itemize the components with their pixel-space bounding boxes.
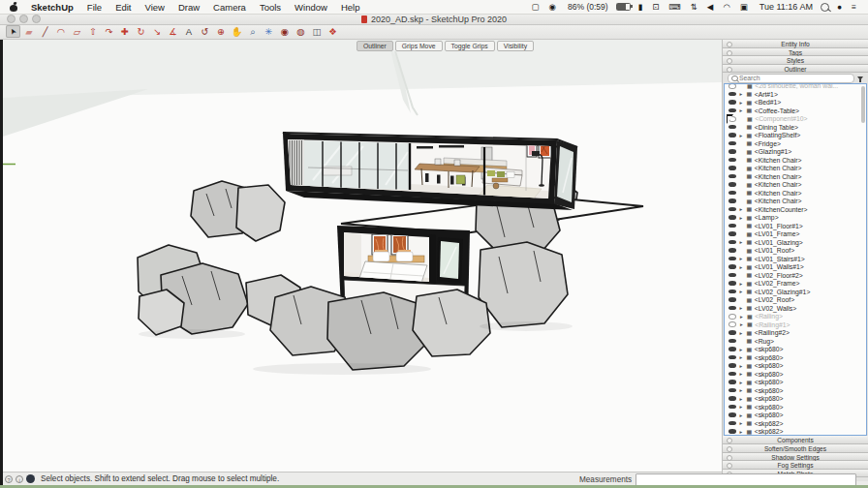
tray-section-header[interactable]: Styles xyxy=(723,56,868,65)
outliner-row[interactable]: ▸ ▦ <LV01_Walls#1> xyxy=(725,262,866,271)
menu-bar-icon[interactable]: ⊡ xyxy=(652,2,661,12)
visibility-eye-icon[interactable] xyxy=(728,281,736,286)
visibility-eye-icon[interactable] xyxy=(728,273,736,278)
outliner-row[interactable]: ▸ ▦ <Railing#1> xyxy=(725,320,866,329)
outliner-row[interactable]: ▸ ▦ <skp680> xyxy=(725,370,866,379)
expand-arrow-icon[interactable]: ▸ xyxy=(738,100,744,106)
extension-tab-button[interactable]: Visibility xyxy=(497,41,534,51)
outliner-row[interactable]: ▸ ▦ <LV01_Floor#1> xyxy=(725,222,866,230)
outliner-row[interactable]: ▸ ▦ <LV02_Roof> xyxy=(725,295,866,304)
outliner-row[interactable]: ▸ ▦ <Fridge> xyxy=(725,139,866,148)
apple-icon[interactable] xyxy=(10,2,18,12)
menu-bar-icon[interactable] xyxy=(821,3,829,12)
visibility-eye-icon[interactable] xyxy=(728,174,736,179)
outliner-row[interactable]: ▸ ▦ <Kitchen Chair> xyxy=(725,172,866,181)
tool-button[interactable]: ◠ xyxy=(54,25,69,38)
expand-arrow-icon[interactable]: ▸ xyxy=(738,305,744,311)
menu-item[interactable]: Camera xyxy=(206,2,253,13)
outliner-row[interactable]: ▸ ▦ <LV02_Floor#2> xyxy=(725,271,866,280)
visibility-eye-icon[interactable] xyxy=(728,396,736,401)
viewport-canvas[interactable] xyxy=(3,44,722,472)
visibility-eye-icon[interactable] xyxy=(728,215,736,220)
visibility-eye-icon[interactable] xyxy=(728,372,736,377)
visibility-eye-icon[interactable] xyxy=(728,421,736,426)
visibility-eye-icon[interactable] xyxy=(728,347,736,351)
outliner-row[interactable]: ▸ ▦ <Bed#1> xyxy=(725,98,866,107)
expand-arrow-icon[interactable]: ▸ xyxy=(738,256,744,261)
visibility-eye-icon[interactable] xyxy=(728,297,736,302)
visibility-eye-icon[interactable] xyxy=(728,412,736,417)
visibility-eye-icon[interactable] xyxy=(728,141,736,146)
outliner-row[interactable]: ▸ ▦ <Kitchen Chair> xyxy=(725,156,866,165)
menu-bar-icon[interactable]: ◀ xyxy=(707,2,716,12)
menu-bar-icon[interactable]: ≡ xyxy=(852,2,858,12)
tray-section-header[interactable]: Fog Settings xyxy=(723,461,868,470)
tray-section-header[interactable]: Components xyxy=(723,436,868,444)
visibility-eye-icon[interactable] xyxy=(728,240,736,245)
tool-button[interactable]: ⌕ xyxy=(246,25,261,38)
expand-arrow-icon[interactable]: ▸ xyxy=(738,396,744,402)
tray-section-header[interactable]: Soften/Smooth Edges xyxy=(723,444,868,453)
outliner-row[interactable]: ▸ ▦ <Kitchen Chair> xyxy=(725,189,866,198)
expand-arrow-icon[interactable]: ▸ xyxy=(738,289,744,294)
visibility-eye-icon[interactable] xyxy=(728,405,736,410)
outliner-row[interactable]: ▸ ▦ <LV01_Stairs#1> xyxy=(725,255,866,263)
outliner-row[interactable]: ▸ ▦ <LV01_Roof> xyxy=(725,246,866,255)
menu-item[interactable]: Edit xyxy=(108,2,138,13)
expand-arrow-icon[interactable]: ▸ xyxy=(738,239,744,245)
status-icon[interactable]: i xyxy=(16,475,23,483)
tray-section-header[interactable]: Tags xyxy=(723,48,868,57)
expand-arrow-icon[interactable]: ▸ xyxy=(738,330,744,336)
outliner-row[interactable]: ▸ ▦ <skp680> xyxy=(725,394,866,403)
outliner-row[interactable]: ▸ ▦ <Lamp> xyxy=(725,213,866,222)
tool-button[interactable]: ╱ xyxy=(38,25,52,38)
tray-section-header[interactable]: Shadow Settings xyxy=(723,453,868,462)
tool-button[interactable]: ▰ xyxy=(22,25,37,38)
menu-bar-icon[interactable]: ▣ xyxy=(740,2,750,12)
outliner-row[interactable]: ▸ ▦ <skp680> xyxy=(725,386,866,395)
outliner-row[interactable]: ▸ ▦ <LV01_Frame> xyxy=(725,229,866,238)
tool-button[interactable]: ▱ xyxy=(70,25,84,38)
expand-arrow-icon[interactable]: ▸ xyxy=(738,133,744,138)
menu-bar-icon[interactable]: Tue 11:16 AM xyxy=(758,2,813,12)
visibility-eye-icon[interactable] xyxy=(728,231,736,236)
tool-button[interactable]: ◉ xyxy=(278,25,293,38)
tray-section-header[interactable]: Entity Info xyxy=(723,40,868,48)
outliner-row[interactable]: ▸ ▦ <Rug> xyxy=(725,337,866,346)
outliner-row[interactable]: ▸ ▦ <Kitchen Chair> xyxy=(725,197,866,205)
outliner-row[interactable]: ▸ ▦ <Kitchen Chair> xyxy=(725,180,866,189)
tool-button[interactable]: ↻ xyxy=(134,25,148,38)
extension-tab-button[interactable]: Toggle Grips xyxy=(445,41,495,51)
outliner-row[interactable]: ▸ ▦ <LV02_Frame> xyxy=(725,279,866,288)
outliner-row[interactable]: ▸ ▦ <Railing> xyxy=(725,312,866,320)
outliner-row[interactable]: ▸ ▦ <Railing#2> xyxy=(725,328,866,337)
tool-button[interactable]: ✋ xyxy=(230,25,244,38)
visibility-eye-icon[interactable] xyxy=(728,133,736,137)
visibility-eye-icon[interactable] xyxy=(728,314,736,320)
visibility-eye-icon[interactable] xyxy=(728,116,736,122)
outliner-row[interactable]: ▸ ▦ <skp680> xyxy=(725,403,866,412)
outliner-row[interactable]: ▸ ▦ <Art#1> xyxy=(725,90,866,99)
expand-arrow-icon[interactable]: ▸ xyxy=(738,107,744,113)
visibility-eye-icon[interactable] xyxy=(728,224,736,229)
expand-arrow-icon[interactable]: ▸ xyxy=(738,347,744,352)
outliner-row[interactable]: ▸ ▦ <Component#10> xyxy=(725,114,866,123)
tool-button[interactable]: ◫ xyxy=(310,25,325,38)
outliner-row[interactable]: ▸ ▦ <KitchenCounter> xyxy=(725,205,866,214)
visibility-eye-icon[interactable] xyxy=(728,306,736,311)
menu-bar-icon[interactable]: ⌨ xyxy=(668,2,682,12)
outliner-row[interactable]: ▸ ▦ <skp680> xyxy=(725,411,866,419)
expand-arrow-icon[interactable]: ▸ xyxy=(738,91,744,97)
visibility-eye-icon[interactable] xyxy=(728,158,736,163)
expand-arrow-icon[interactable]: ▸ xyxy=(738,354,744,360)
extension-tab-button[interactable]: Outliner xyxy=(356,41,393,51)
tool-button[interactable]: ◍ xyxy=(294,25,308,38)
outliner-row[interactable]: ▸ ▦ <skp680> xyxy=(725,361,866,370)
visibility-eye-icon[interactable] xyxy=(728,248,736,253)
visibility-eye-icon[interactable] xyxy=(728,355,736,360)
outliner-row[interactable]: ▸ ▦ <skp682> xyxy=(725,419,866,428)
menu-item[interactable]: Window xyxy=(288,2,334,13)
menu-bar-icon[interactable]: ▮ xyxy=(638,2,645,12)
visibility-eye-icon[interactable] xyxy=(728,100,736,105)
outliner-row[interactable]: ▸ ▦ <Coffee-Table> xyxy=(725,107,866,115)
